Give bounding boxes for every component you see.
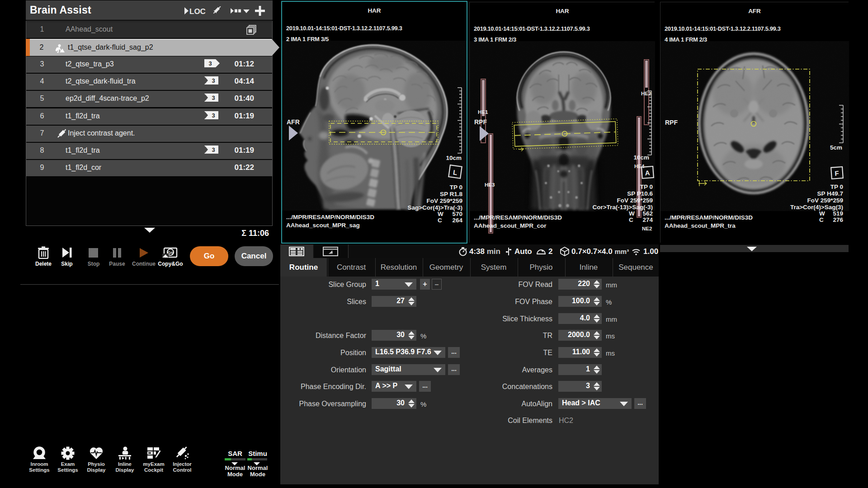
svg-text:Sag>Cor(4)>Tra(-3): Sag>Cor(4)>Tra(-3) <box>407 204 462 211</box>
svg-text:F: F <box>835 169 839 178</box>
svg-text:2019.10.01-14:15:01-DST-1.3.12: 2019.10.01-14:15:01-DST-1.3.12.2.1107.5.… <box>286 25 402 32</box>
svg-text:RPF: RPF <box>474 118 487 126</box>
svg-text:C: C <box>629 216 633 223</box>
svg-text:W: W <box>438 211 443 217</box>
svg-text:264: 264 <box>452 217 462 224</box>
svg-text:10cm: 10cm <box>446 155 462 161</box>
svg-text:5cm: 5cm <box>830 144 842 151</box>
svg-text:3: 3 <box>212 94 215 101</box>
svg-text:W: W <box>629 210 635 217</box>
svg-text:AAhead_scout_MPR_tra: AAhead_scout_MPR_tra <box>665 222 736 229</box>
svg-text:Tra>Cor(4)>Sag(3): Tra>Cor(4)>Sag(3) <box>790 204 843 211</box>
svg-text:HAR: HAR <box>556 8 569 14</box>
svg-text:AAhead_scout_MPR_cor: AAhead_scout_MPR_cor <box>474 222 547 229</box>
svg-text:519: 519 <box>833 210 843 217</box>
svg-text:HAR: HAR <box>368 7 381 14</box>
svg-text:570: 570 <box>452 211 462 217</box>
svg-text:W: W <box>819 210 825 217</box>
svg-text:.../MPR/RESAMP/NORM/DIS3D: .../MPR/RESAMP/NORM/DIS3D <box>665 214 753 221</box>
svg-text:SP P10.6: SP P10.6 <box>627 190 653 197</box>
svg-text:RPF: RPF <box>665 119 678 126</box>
svg-text:3: 3 <box>212 77 215 84</box>
svg-text:2019.10.01-14:15:01-DST-1.3.12: 2019.10.01-14:15:01-DST-1.3.12.2.1107.5.… <box>665 25 781 32</box>
svg-text:3: 3 <box>212 112 215 119</box>
svg-text:3: 3 <box>208 60 212 67</box>
svg-text:A: A <box>645 169 650 177</box>
svg-text:10cm: 10cm <box>633 154 649 161</box>
svg-text:Cor>Tra(-13)>Sag(-3): Cor>Tra(-13)>Sag(-3) <box>592 204 653 211</box>
svg-text:C: C <box>438 217 442 224</box>
svg-text:HE3: HE3 <box>485 182 495 188</box>
svg-text:.../MPR/RESAMP/NORM/DIS3D: .../MPR/RESAMP/NORM/DIS3D <box>286 214 374 221</box>
svg-text:3: 3 <box>212 146 215 153</box>
svg-text:TP 0: TP 0 <box>640 183 653 190</box>
svg-text:FoV 259*259: FoV 259*259 <box>426 197 462 204</box>
svg-text:TP 0: TP 0 <box>450 184 462 191</box>
svg-text:562: 562 <box>642 210 653 217</box>
svg-text:C: C <box>819 216 824 223</box>
svg-text:TP 0: TP 0 <box>830 183 843 190</box>
svg-text:2 IMA 1 FRM 3/5: 2 IMA 1 FRM 3/5 <box>286 36 329 42</box>
svg-text:AAhead_scout_MPR_sag: AAhead_scout_MPR_sag <box>286 222 360 229</box>
svg-text:NE2: NE2 <box>642 226 652 231</box>
svg-text:HE2: HE2 <box>641 91 651 96</box>
svg-text:274: 274 <box>642 216 653 223</box>
svg-text:4 IMA 1 FRM 2/3: 4 IMA 1 FRM 2/3 <box>665 36 707 43</box>
svg-text:SP R1.8: SP R1.8 <box>440 191 463 197</box>
svg-text:.../MPR/RESAMP/NORM/DIS3D: .../MPR/RESAMP/NORM/DIS3D <box>474 214 562 221</box>
svg-text:AFR: AFR <box>287 118 300 126</box>
svg-text:LOC: LOC <box>189 7 206 15</box>
svg-text:HE4: HE4 <box>634 164 645 169</box>
svg-text:AFR: AFR <box>748 8 761 14</box>
svg-text:276: 276 <box>833 216 843 223</box>
svg-text:FoV 259*259: FoV 259*259 <box>617 197 653 204</box>
svg-text:HE1: HE1 <box>478 109 488 115</box>
svg-text:2019.10.01-14:15:01-DST-1.3.12: 2019.10.01-14:15:01-DST-1.3.12.2.1107.5.… <box>474 25 590 32</box>
svg-text:3 IMA 1 FRM 2/3: 3 IMA 1 FRM 2/3 <box>474 36 516 43</box>
svg-text:FoV 259*259: FoV 259*259 <box>807 197 843 204</box>
svg-text:SP H49.7: SP H49.7 <box>817 190 843 197</box>
